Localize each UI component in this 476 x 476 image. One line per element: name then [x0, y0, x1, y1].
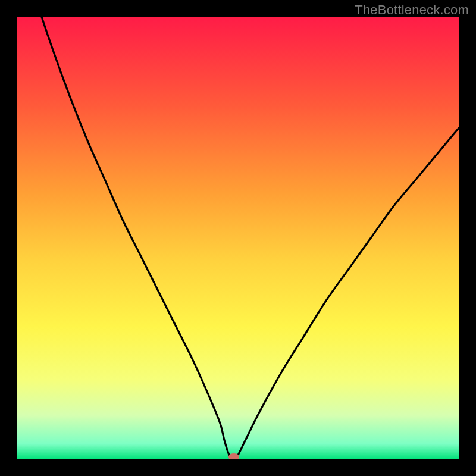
watermark-text: TheBottleneck.com [355, 2, 469, 18]
chart-frame: TheBottleneck.com [0, 0, 476, 476]
plot-area [17, 17, 459, 459]
bottleneck-curve [17, 17, 459, 459]
minimum-marker [228, 453, 239, 459]
